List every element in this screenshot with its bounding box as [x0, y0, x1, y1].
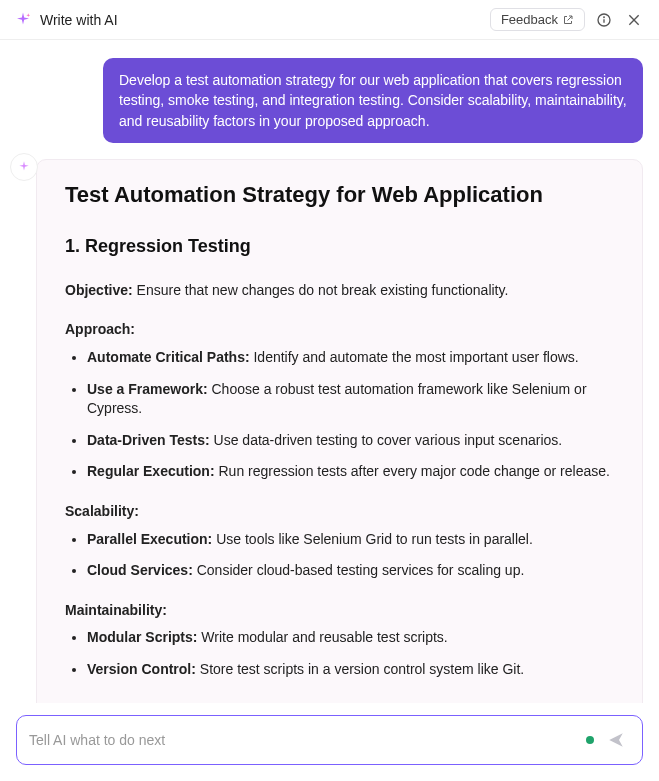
- user-message: Develop a test automation strategy for o…: [103, 58, 643, 143]
- close-button[interactable]: [623, 9, 645, 31]
- feedback-label: Feedback: [501, 12, 558, 27]
- info-icon: [596, 12, 612, 28]
- close-icon: [626, 12, 642, 28]
- list-item-text: Store test scripts in a version control …: [196, 661, 524, 677]
- list-item-text: Use data-driven testing to cover various…: [210, 432, 563, 448]
- scalability-heading: Scalability:: [65, 502, 614, 522]
- objective-label: Objective:: [65, 282, 133, 298]
- sparkle-icon: [17, 160, 31, 174]
- assistant-content: Test Automation Strategy for Web Applica…: [36, 159, 643, 703]
- sparkle-icon: [14, 11, 32, 29]
- approach-list: Automate Critical Paths: Identify and au…: [65, 348, 614, 482]
- list-item-label: Automate Critical Paths:: [87, 349, 250, 365]
- list-item: Cloud Services: Consider cloud-based tes…: [87, 561, 614, 581]
- svg-point-2: [604, 17, 605, 18]
- section-heading: 1. Regression Testing: [65, 236, 614, 257]
- list-item-label: Data-Driven Tests:: [87, 432, 210, 448]
- scalability-list: Parallel Execution: Use tools like Selen…: [65, 530, 614, 581]
- response-title: Test Automation Strategy for Web Applica…: [65, 182, 614, 208]
- list-item: Data-Driven Tests: Use data-driven testi…: [87, 431, 614, 451]
- list-item-text: Consider cloud-based testing services fo…: [193, 562, 525, 578]
- prompt-input[interactable]: [29, 732, 578, 748]
- list-item-text: Identify and automate the most important…: [250, 349, 579, 365]
- info-button[interactable]: [593, 9, 615, 31]
- approach-heading: Approach:: [65, 320, 614, 340]
- list-item-label: Parallel Execution:: [87, 531, 212, 547]
- input-bar: [0, 703, 659, 781]
- send-icon: [607, 731, 625, 749]
- maintainability-heading: Maintainability:: [65, 601, 614, 621]
- list-item: Modular Scripts: Write modular and reusa…: [87, 628, 614, 648]
- list-item: Parallel Execution: Use tools like Selen…: [87, 530, 614, 550]
- list-item-label: Regular Execution:: [87, 463, 215, 479]
- chat-area: Develop a test automation strategy for o…: [0, 40, 659, 703]
- list-item-text: Run regression tests after every major c…: [215, 463, 610, 479]
- status-dot-icon: [586, 736, 594, 744]
- maintainability-list: Modular Scripts: Write modular and reusa…: [65, 628, 614, 679]
- objective-text: Ensure that new changes do not break exi…: [133, 282, 509, 298]
- assistant-message: Test Automation Strategy for Web Applica…: [16, 159, 643, 703]
- list-item-label: Cloud Services:: [87, 562, 193, 578]
- assistant-avatar: [10, 153, 38, 181]
- input-field-wrap[interactable]: [16, 715, 643, 765]
- list-item: Regular Execution: Run regression tests …: [87, 462, 614, 482]
- app-header: Write with AI Feedback: [0, 0, 659, 40]
- list-item: Automate Critical Paths: Identify and au…: [87, 348, 614, 368]
- list-item-text: Write modular and reusable test scripts.: [197, 629, 447, 645]
- list-item-label: Modular Scripts:: [87, 629, 197, 645]
- external-link-icon: [562, 14, 574, 26]
- list-item-label: Use a Framework:: [87, 381, 208, 397]
- list-item: Version Control: Store test scripts in a…: [87, 660, 614, 680]
- feedback-button[interactable]: Feedback: [490, 8, 585, 31]
- objective-line: Objective: Ensure that new changes do no…: [65, 281, 614, 301]
- send-button[interactable]: [602, 726, 630, 754]
- list-item-text: Use tools like Selenium Grid to run test…: [212, 531, 533, 547]
- list-item: Use a Framework: Choose a robust test au…: [87, 380, 614, 419]
- app-title: Write with AI: [40, 12, 482, 28]
- content-fade: [37, 700, 642, 703]
- list-item-label: Version Control:: [87, 661, 196, 677]
